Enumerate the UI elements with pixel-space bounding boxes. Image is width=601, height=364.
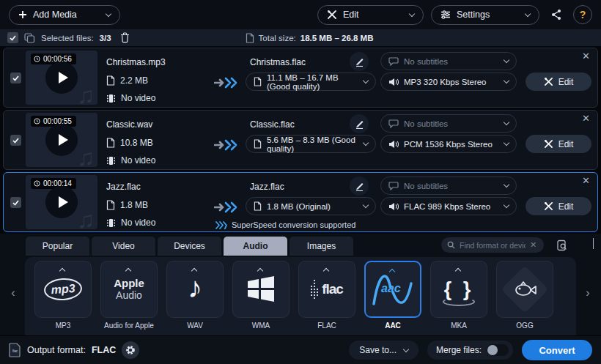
format-tile-mka[interactable]: { } MKA xyxy=(429,261,488,330)
search-input[interactable] xyxy=(460,241,526,250)
aac-logo-icon: aac xyxy=(371,270,415,308)
merge-files-toggle[interactable] xyxy=(487,344,509,356)
tab-popular[interactable]: Popular xyxy=(26,237,89,256)
chevron-down-icon xyxy=(504,57,509,63)
bottom-bar: flac Output format: FLAC Save to... Merg… xyxy=(0,335,601,364)
output-format-value: FLAC xyxy=(92,345,116,355)
output-size-value: 1.8 MB (Original) xyxy=(267,202,358,211)
remove-file-button[interactable]: ✕ xyxy=(582,176,590,185)
merge-files-label: Merge files: xyxy=(436,345,482,355)
chevron-down-icon xyxy=(525,10,531,16)
subtitles-dropdown[interactable]: No subtitles xyxy=(380,52,517,70)
file-row-classic[interactable]: 00:00:55 ♫ Classic.wav 10.8 MB No video … xyxy=(3,110,598,170)
share-button[interactable] xyxy=(547,5,566,24)
help-button[interactable]: ? xyxy=(573,5,592,24)
total-size-group: Total size: 18.5 MB – 26.8 MB xyxy=(246,33,374,43)
audio-format-dropdown[interactable]: MP3 320 Kbps Stereo xyxy=(380,73,517,91)
output-size-value: 11.1 MB – 16.7 MB (Good quality) xyxy=(267,73,358,91)
filmstrip-icon xyxy=(106,94,116,103)
format-tile-ogg[interactable]: OGG xyxy=(495,261,554,330)
remove-file-button[interactable]: ✕ xyxy=(582,51,590,61)
chevron-up-icon xyxy=(323,268,329,274)
video-info-row: No video xyxy=(106,155,155,166)
subtitles-dropdown[interactable]: No subtitles xyxy=(380,114,517,133)
source-filename: Classic.wav xyxy=(106,119,152,130)
audio-format-dropdown[interactable]: PCM 1536 Kbps Stereo xyxy=(380,135,517,153)
source-size-row: 10.8 MB xyxy=(106,138,153,148)
chevron-down-icon xyxy=(504,78,509,83)
flac-logo-icon: flac xyxy=(311,278,343,300)
file-search-icon xyxy=(556,239,568,251)
scroll-left-button[interactable]: ‹ xyxy=(6,286,21,300)
file-checkbox[interactable] xyxy=(10,135,21,146)
source-size-value: 10.8 MB xyxy=(120,138,153,148)
format-label: Audio for Apple xyxy=(104,322,154,330)
tab-label: Audio xyxy=(243,241,268,251)
music-note-icon: ♫ xyxy=(77,144,95,171)
format-tile-mp3[interactable]: mp3 MP3 xyxy=(34,261,92,330)
format-label: MKA xyxy=(451,322,467,330)
flac-file-icon: flac xyxy=(9,343,21,357)
format-tile-flac[interactable]: flac FLAC xyxy=(298,261,356,330)
trash-icon[interactable] xyxy=(120,32,130,43)
format-tile-aac[interactable]: aac AAC xyxy=(364,261,422,330)
subtitles-dropdown[interactable]: No subtitles xyxy=(380,177,517,195)
play-button[interactable] xyxy=(45,62,78,94)
chevron-up-icon xyxy=(59,268,65,274)
video-info-value: No video xyxy=(121,93,155,103)
edit-file-button[interactable]: Edit xyxy=(526,197,591,215)
format-tile-wma[interactable]: WMA xyxy=(232,261,290,330)
add-media-button[interactable]: Add Media xyxy=(9,5,120,25)
tab-audio[interactable]: Audio xyxy=(224,237,287,256)
chevron-up-icon xyxy=(125,268,131,274)
play-icon xyxy=(59,196,68,208)
output-settings-button[interactable] xyxy=(122,341,139,359)
output-size-dropdown[interactable]: 5.6 MB – 8.3 MB (Good quality) xyxy=(246,135,376,153)
source-size-value: 2.2 MB xyxy=(120,75,148,86)
rename-button[interactable] xyxy=(350,177,369,196)
help-label: ? xyxy=(580,9,586,21)
play-button[interactable] xyxy=(45,186,78,218)
output-size-value: 5.6 MB – 8.3 MB (Good quality) xyxy=(267,135,358,153)
edit-file-label: Edit xyxy=(558,139,574,149)
clear-search-icon[interactable]: ✕ xyxy=(530,240,537,250)
play-button[interactable] xyxy=(45,124,78,156)
remove-file-button[interactable]: ✕ xyxy=(582,114,590,123)
scroll-right-button[interactable]: › xyxy=(580,286,595,300)
file-row-christmas[interactable]: 00:00:56 ♫ Christmas.mp3 2.2 MB No video… xyxy=(3,48,598,108)
collapse-panel-button[interactable] xyxy=(593,238,594,248)
edit-menu-button[interactable]: Edit xyxy=(317,5,424,25)
file-checkbox[interactable] xyxy=(10,197,21,208)
output-size-dropdown[interactable]: 1.8 MB (Original) xyxy=(246,197,376,215)
select-all-checkbox[interactable] xyxy=(7,32,18,43)
format-search: ✕ xyxy=(441,237,544,253)
format-label: FLAC xyxy=(317,322,336,330)
check-icon xyxy=(12,200,19,206)
output-size-dropdown[interactable]: 11.1 MB – 16.7 MB (Good quality) xyxy=(246,73,376,91)
tab-devices[interactable]: Devices xyxy=(158,237,221,256)
rename-button[interactable] xyxy=(350,52,369,71)
chevron-down-icon xyxy=(504,140,509,146)
format-tile-wav[interactable]: ♪ WAV xyxy=(166,261,224,330)
selection-toolbar: Selected files: 3/3 Total size: 18.5 MB … xyxy=(0,29,601,46)
tab-images[interactable]: Images xyxy=(290,237,353,256)
target-filename: Christmas.flac xyxy=(250,57,306,67)
audio-format-dropdown[interactable]: FLAC 989 Kbps Stereo xyxy=(380,197,517,215)
save-to-dropdown[interactable]: Save to... xyxy=(349,341,419,360)
check-icon xyxy=(12,75,19,81)
top-toolbar: Add Media Edit Settings ? xyxy=(0,0,601,29)
settings-menu-button[interactable]: Settings xyxy=(431,5,539,25)
speaker-icon xyxy=(388,202,399,211)
tab-video[interactable]: Video xyxy=(92,237,155,256)
format-tile-audio-for-apple[interactable]: Apple Audio Audio for Apple xyxy=(100,261,158,330)
selected-files-count: 3/3 xyxy=(100,34,111,42)
audio-format-value: FLAC 989 Kbps Stereo xyxy=(404,202,499,211)
file-row-jazz[interactable]: 00:00:14 ♫ Jazz.flac 1.8 MB No video Jaz… xyxy=(3,172,598,232)
convert-button[interactable]: Convert xyxy=(522,340,592,360)
file-checkbox[interactable] xyxy=(10,73,21,83)
edit-file-button[interactable]: Edit xyxy=(526,73,591,91)
rename-button[interactable] xyxy=(350,114,369,133)
edit-file-button[interactable]: Edit xyxy=(526,135,591,153)
source-filename: Christmas.mp3 xyxy=(106,57,166,67)
format-browser-button[interactable] xyxy=(553,236,572,255)
